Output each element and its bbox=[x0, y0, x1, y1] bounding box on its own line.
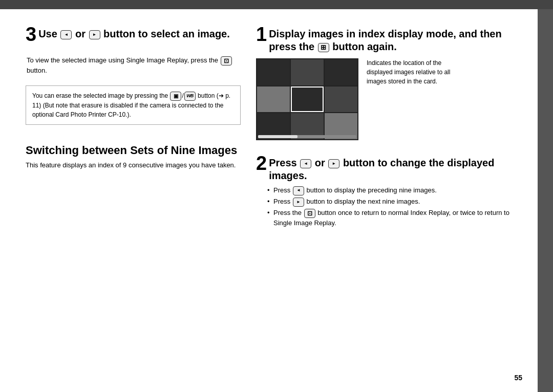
step1-heading: 1 Display images in index display mode, … bbox=[256, 25, 522, 53]
erase-icon bbox=[170, 92, 181, 101]
grid-cell-4 bbox=[257, 86, 290, 113]
replay-icon-2 bbox=[304, 209, 315, 218]
scrollbar-thumb bbox=[258, 135, 297, 138]
note-text2: button ( bbox=[198, 92, 219, 99]
step2-press: Press bbox=[269, 157, 297, 168]
left-arrow-icon-3 bbox=[293, 186, 304, 195]
note-text1: You can erase the selected image by pres… bbox=[32, 92, 168, 99]
right-arrow-icon-1 bbox=[89, 30, 100, 39]
grid-cells bbox=[256, 58, 358, 140]
step1-title: Display images in index display mode, an… bbox=[269, 25, 522, 53]
step2-bullets: Press button to display the preceding ni… bbox=[266, 185, 522, 229]
step3-body-text: To view the selected image using Single … bbox=[27, 56, 218, 64]
left-arrow-icon-2 bbox=[300, 159, 311, 168]
grid-cell-6 bbox=[325, 86, 357, 113]
step3-heading: 3 Use or button to select an image. bbox=[26, 25, 241, 44]
step3-title-or: or bbox=[75, 28, 86, 39]
step2-container: 2 Press or button to change the displaye… bbox=[256, 154, 522, 230]
step3-body: To view the selected image using Single … bbox=[26, 55, 241, 75]
step1-number: 1 bbox=[256, 25, 267, 44]
step1-title-end: button again. bbox=[332, 41, 397, 52]
step2-or: or bbox=[315, 157, 325, 168]
step2-heading: 2 Press or button to change the displaye… bbox=[256, 154, 522, 182]
step3-title: Use or button to select an image. bbox=[38, 25, 230, 40]
step3-body-end: button. bbox=[27, 67, 47, 74]
grid-cell-5 bbox=[291, 86, 324, 113]
section-heading: Switching between Sets of Nine Images bbox=[26, 143, 241, 158]
bullet-3: Press the button once to return to norma… bbox=[266, 208, 522, 228]
top-bar bbox=[0, 0, 553, 9]
right-arrow-icon-2 bbox=[328, 159, 339, 168]
section-body: This feature displays an index of 9 cons… bbox=[26, 160, 241, 170]
step3-title-end: button to select an image. bbox=[103, 28, 230, 39]
step3-number: 3 bbox=[26, 25, 36, 44]
right-column: 1 Display images in index display mode, … bbox=[256, 25, 522, 230]
image-note: Indicates the location of the displayed … bbox=[367, 58, 454, 140]
bullet-1: Press button to display the preceding ni… bbox=[266, 185, 522, 195]
left-column: 3 Use or button to select an image. To v… bbox=[26, 25, 241, 230]
replay-icon-1 bbox=[221, 56, 232, 66]
bullet-2: Press button to display the next nine im… bbox=[266, 197, 522, 207]
step2-number: 2 bbox=[256, 154, 267, 173]
grid-cell-3 bbox=[325, 59, 357, 85]
left-arrow-icon-1 bbox=[60, 30, 72, 39]
step2-title: Press or button to change the displayed … bbox=[269, 154, 522, 182]
grid-icon-1 bbox=[318, 43, 329, 52]
grid-scrollbar bbox=[258, 135, 356, 138]
grid-cell-2 bbox=[291, 59, 324, 85]
grid-cell-1 bbox=[257, 59, 290, 85]
image-area: Indicates the location of the displayed … bbox=[256, 58, 522, 140]
right-arrow-icon-3 bbox=[293, 198, 304, 207]
note-box: You can erase the selected image by pres… bbox=[26, 85, 241, 125]
wb-icon: WB bbox=[184, 92, 196, 101]
right-bar bbox=[538, 9, 553, 392]
grid-image bbox=[256, 58, 358, 140]
page-number: 55 bbox=[514, 374, 522, 382]
step1-container: 1 Display images in index display mode, … bbox=[256, 25, 522, 140]
step3-title-use: Use bbox=[38, 28, 57, 39]
